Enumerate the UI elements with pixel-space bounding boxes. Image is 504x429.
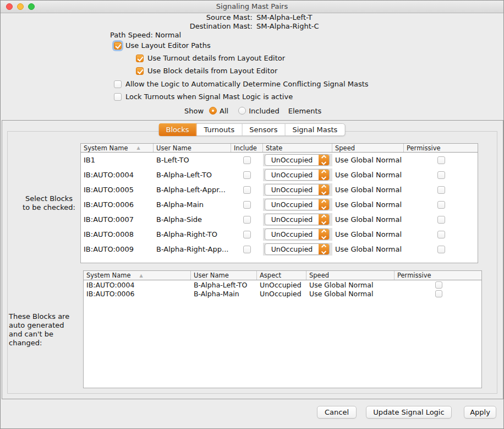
elements-label: Elements bbox=[288, 107, 322, 115]
update-signal-logic-button[interactable]: Update Signal Logic bbox=[366, 406, 452, 419]
permissive-checkbox[interactable] bbox=[437, 156, 445, 164]
aspect-cell: UnOccupied bbox=[257, 290, 306, 298]
auto-blocks-caption: These Blocks are auto generated and can'… bbox=[9, 312, 86, 347]
state-dropdown[interactable]: UnOccupied bbox=[265, 154, 330, 166]
header-label: Speed bbox=[335, 144, 355, 152]
auto-header-aspect[interactable]: Aspect bbox=[257, 271, 306, 280]
table-row: IB:AUTO:0009B-Alpha-Right-App...UnOccupi… bbox=[81, 242, 478, 257]
permissive-checkbox[interactable] bbox=[437, 186, 445, 194]
include-checkbox[interactable] bbox=[243, 231, 251, 238]
state-dropdown[interactable]: UnOccupied bbox=[265, 243, 330, 255]
header-label: System Name bbox=[84, 144, 128, 152]
system-name-cell: IB:AUTO:0006 bbox=[84, 290, 191, 298]
radio-label-included: Included bbox=[249, 107, 280, 115]
blocks-header-speed[interactable]: Speed bbox=[332, 144, 404, 152]
auto-header-user-name[interactable]: User Name bbox=[191, 271, 257, 280]
permissive-cell bbox=[395, 290, 482, 297]
state-dropdown[interactable]: UnOccupied bbox=[265, 229, 330, 240]
user-name-cell: B-Alpha-Left-TO bbox=[154, 171, 231, 179]
permissive-cell bbox=[404, 216, 478, 224]
header-label: User Name bbox=[194, 271, 229, 279]
system-name-cell: IB1 bbox=[81, 156, 154, 164]
option-row-use-layout-editor-paths: Use Layout Editor Paths bbox=[114, 41, 211, 50]
user-name-cell: B-Left-TO bbox=[154, 156, 231, 164]
permissive-cell bbox=[404, 246, 478, 253]
state-dropdown[interactable]: UnOccupied bbox=[265, 184, 330, 196]
stepper-icon bbox=[319, 199, 329, 210]
permissive-cell bbox=[404, 156, 478, 164]
system-name-cell: IB:AUTO:0004 bbox=[84, 281, 191, 289]
system-name-cell: IB:AUTO:0009 bbox=[81, 245, 154, 253]
include-checkbox[interactable] bbox=[243, 156, 251, 164]
blocks-header-user-name[interactable]: User Name bbox=[154, 144, 231, 152]
header-label: User Name bbox=[156, 144, 191, 152]
show-filter-row: Show AllIncluded Elements bbox=[184, 106, 321, 116]
include-checkbox[interactable] bbox=[243, 201, 251, 209]
blocks-table-header: System Name▲User NameIncludeStateSpeedPe… bbox=[81, 144, 478, 153]
include-checkbox[interactable] bbox=[243, 171, 251, 179]
speed-cell: Use Global Normal bbox=[332, 230, 404, 238]
auto-header-system-name[interactable]: System Name▲ bbox=[84, 271, 191, 280]
permissive-checkbox[interactable] bbox=[437, 231, 445, 238]
permissive-cell bbox=[404, 201, 478, 209]
state-cell: UnOccupied bbox=[263, 197, 332, 212]
chevron-down-icon bbox=[321, 234, 326, 239]
permissive-checkbox[interactable] bbox=[437, 246, 445, 253]
state-cell: UnOccupied bbox=[263, 153, 332, 167]
blocks-header-system-name[interactable]: System Name▲ bbox=[81, 144, 154, 152]
checkbox-use-block-details-from-layout-editor[interactable] bbox=[136, 67, 144, 75]
title-bar[interactable]: Signaling Mast Pairs bbox=[1, 1, 503, 13]
radio-included[interactable] bbox=[238, 107, 246, 115]
option-label: Lock Turnouts when Signal Mast Logic is … bbox=[125, 93, 293, 101]
stepper-icon bbox=[319, 229, 329, 240]
chevron-down-icon bbox=[321, 249, 326, 254]
include-checkbox[interactable] bbox=[243, 186, 251, 194]
state-dropdown[interactable]: UnOccupied bbox=[265, 199, 330, 210]
permissive-checkbox[interactable] bbox=[437, 216, 445, 224]
auto-blocks-table-body: IB:AUTO:0004B-Alpha-Left-TOUnOccupiedUse… bbox=[84, 280, 481, 298]
state-dropdown-value: UnOccupied bbox=[265, 229, 319, 240]
system-name-cell: IB:AUTO:0006 bbox=[81, 200, 154, 209]
state-dropdown[interactable]: UnOccupied bbox=[265, 169, 330, 181]
include-checkbox[interactable] bbox=[243, 246, 251, 253]
tab-signal-masts[interactable]: Signal Masts bbox=[286, 124, 345, 135]
show-label: Show bbox=[184, 107, 204, 115]
option-row-use-turnout-details-from-layout-editor: Use Turnout details from Layout Editor bbox=[136, 53, 285, 63]
permissive-checkbox[interactable] bbox=[437, 201, 445, 209]
blocks-header-permissive[interactable]: Permissive bbox=[404, 144, 478, 152]
include-cell bbox=[231, 246, 263, 253]
permissive-checkbox[interactable] bbox=[437, 171, 445, 179]
auto-header-speed[interactable]: Speed bbox=[306, 271, 395, 280]
blocks-table-body: IB1B-Left-TOUnOccupiedUse Global NormalI… bbox=[81, 153, 478, 257]
table-row: IB:AUTO:0004B-Alpha-Left-TOUnOccupiedUse… bbox=[81, 167, 478, 182]
state-cell: UnOccupied bbox=[263, 242, 332, 257]
tab-turnouts[interactable]: Turnouts bbox=[197, 124, 243, 135]
state-cell: UnOccupied bbox=[263, 212, 332, 227]
header-label: Include bbox=[234, 144, 257, 152]
window-title: Signaling Mast Pairs bbox=[1, 2, 503, 10]
permissive-checkbox[interactable] bbox=[435, 281, 442, 289]
blocks-header-include[interactable]: Include bbox=[231, 144, 263, 152]
checkbox-lock-turnouts-when-signal-mast-logic-is-active[interactable] bbox=[114, 93, 122, 101]
blocks-header-state[interactable]: State bbox=[263, 144, 332, 152]
stepper-icon bbox=[319, 155, 329, 165]
speed-cell: Use Global Normal bbox=[332, 186, 404, 194]
stepper-icon bbox=[319, 214, 329, 225]
checkbox-use-layout-editor-paths[interactable] bbox=[114, 42, 122, 50]
permissive-checkbox[interactable] bbox=[435, 290, 442, 297]
speed-cell: Use Global Normal bbox=[332, 215, 404, 224]
checkbox-use-turnout-details-from-layout-editor[interactable] bbox=[136, 55, 144, 62]
include-checkbox[interactable] bbox=[243, 216, 251, 224]
tab-blocks[interactable]: Blocks bbox=[159, 123, 197, 136]
table-row: IB:AUTO:0008B-Alpha-Right-TOUnOccupiedUs… bbox=[81, 227, 478, 242]
state-dropdown[interactable]: UnOccupied bbox=[265, 214, 330, 225]
radio-all[interactable] bbox=[209, 107, 217, 115]
checkbox-allow-the-logic-to-automatically-determine-conflicting-signal-masts[interactable] bbox=[114, 80, 122, 88]
stepper-icon bbox=[319, 170, 329, 180]
apply-button[interactable]: Apply bbox=[464, 406, 496, 419]
tab-sensors[interactable]: Sensors bbox=[242, 124, 285, 135]
auto-header-permissive[interactable]: Permissive bbox=[395, 271, 482, 280]
option-row-use-block-details-from-layout-editor: Use Block details from Layout Editor bbox=[136, 66, 277, 75]
cancel-button[interactable]: Cancel bbox=[317, 406, 357, 419]
destination-mast-label: Destination Mast: bbox=[1, 22, 253, 31]
